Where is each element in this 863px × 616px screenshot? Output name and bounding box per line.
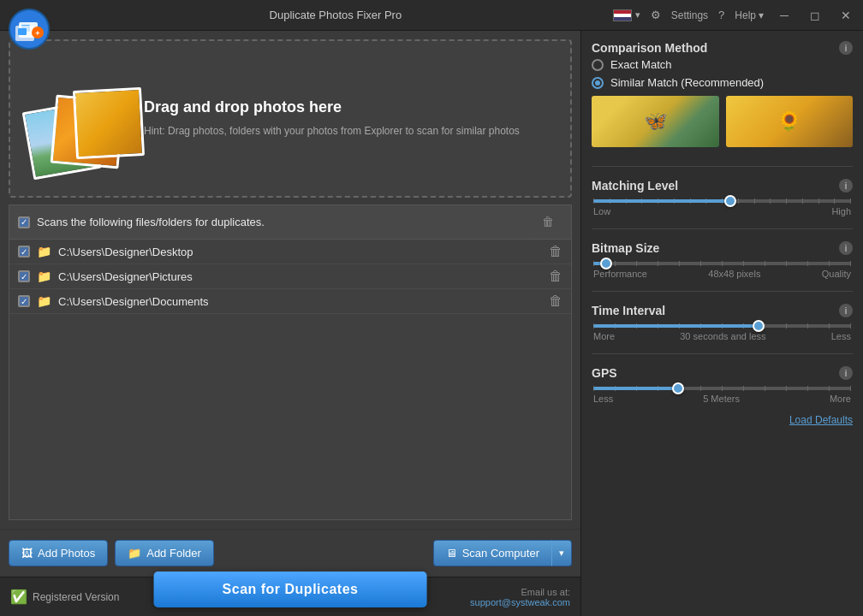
- scan-computer-dropdown[interactable]: ▾: [551, 540, 572, 566]
- comparison-method-section: Comparison Method i Exact Match Similar …: [592, 41, 853, 154]
- tick: [700, 261, 701, 266]
- minimize-button[interactable]: ─: [774, 5, 795, 26]
- tick: [850, 198, 851, 204]
- tick: [722, 386, 723, 391]
- time-interval-thumb[interactable]: [753, 320, 765, 332]
- time-interval-title: Time Interval i: [592, 304, 853, 317]
- main-area: Drag and drop photos here Hint: Drag pho…: [0, 31, 863, 616]
- delete-item-2[interactable]: 🗑: [549, 293, 562, 309]
- app-icon: +: [7, 7, 51, 51]
- similar-match-label: Similar Match (Recommended): [610, 76, 764, 89]
- gps-slider[interactable]: Less 5 Meters More: [592, 387, 853, 404]
- select-all-checkbox[interactable]: [18, 216, 30, 228]
- matching-level-thumb[interactable]: [724, 195, 736, 207]
- close-button[interactable]: ✕: [836, 5, 856, 26]
- status-bar: ✅ Registered Version Scan for Duplicates…: [0, 577, 580, 616]
- right-panel: Comparison Method i Exact Match Similar …: [580, 31, 863, 616]
- tick: [807, 261, 808, 266]
- matching-level-low: Low: [593, 206, 610, 216]
- help-button[interactable]: Help ▾: [735, 9, 764, 21]
- tick: [829, 261, 830, 266]
- list-item: 📁 C:\Users\Designer\Documents 🗑: [9, 289, 571, 314]
- time-interval-labels: More 30 seconds and less Less: [593, 331, 851, 341]
- scan-duplicates-button[interactable]: Scan for Duplicates: [154, 572, 427, 607]
- delete-item-0[interactable]: 🗑: [549, 244, 562, 259]
- tick: [679, 261, 680, 266]
- exact-match-option[interactable]: Exact Match: [592, 58, 853, 71]
- comparison-method-info[interactable]: i: [839, 41, 853, 55]
- tick: [818, 198, 819, 204]
- bitmap-size-slider[interactable]: Performance 48x48 pixels Quality: [592, 262, 853, 279]
- divider-3: [592, 291, 853, 292]
- delete-all-icon[interactable]: 🗑: [533, 210, 562, 234]
- help-dropdown-icon: ▾: [759, 9, 764, 21]
- tick: [850, 323, 851, 329]
- matching-level-info[interactable]: i: [839, 179, 853, 192]
- gps-thumb[interactable]: [672, 382, 684, 394]
- bitmap-quality: Quality: [822, 269, 851, 279]
- matching-level-labels: Low High: [593, 206, 851, 216]
- item-path-1: C:\Users\Designer\Pictures: [58, 270, 193, 283]
- tick: [743, 386, 744, 391]
- flag-dropdown[interactable]: ▾: [635, 9, 640, 21]
- list-item: 📁 C:\Users\Designer\Desktop 🗑: [9, 240, 571, 264]
- matching-level-title: Matching Level i: [592, 179, 853, 192]
- time-less: Less: [831, 331, 851, 341]
- add-photos-button[interactable]: 🖼 Add Photos: [9, 540, 108, 566]
- list-item: 📁 C:\Users\Designer\Pictures 🗑: [9, 264, 571, 289]
- item-checkbox-0[interactable]: [18, 246, 30, 258]
- drop-zone-photos: [27, 63, 130, 175]
- bitmap-size-thumb[interactable]: [600, 258, 612, 270]
- time-interval-info[interactable]: i: [839, 304, 853, 317]
- bitmap-size-info[interactable]: i: [839, 241, 853, 255]
- drop-zone[interactable]: Drag and drop photos here Hint: Drag pho…: [9, 39, 572, 198]
- left-content: Drag and drop photos here Hint: Drag pho…: [0, 31, 580, 529]
- monitor-icon: 🖥: [446, 547, 457, 560]
- preview-butterfly: [592, 96, 719, 147]
- exact-match-radio[interactable]: [592, 59, 604, 71]
- add-folder-button[interactable]: 📁 Add Folder: [115, 540, 214, 566]
- settings-label: Settings: [671, 9, 708, 21]
- matching-level-track: [593, 199, 851, 203]
- item-checkbox-1[interactable]: [18, 270, 30, 282]
- tick: [807, 323, 808, 329]
- tick: [829, 386, 830, 391]
- help-label: Help: [735, 9, 756, 21]
- load-defaults-button[interactable]: Load Defaults: [592, 414, 853, 426]
- item-path-0: C:\Users\Designer\Desktop: [58, 246, 193, 258]
- matching-level-slider[interactable]: Low High: [592, 199, 853, 216]
- time-interval-slider[interactable]: More 30 seconds and less Less: [592, 324, 853, 341]
- tick: [786, 261, 787, 266]
- tick: [738, 198, 739, 204]
- scan-computer-button[interactable]: 🖥 Scan Computer: [433, 540, 551, 566]
- item-checkbox-2[interactable]: [18, 295, 30, 307]
- tick: [658, 261, 658, 266]
- divider-4: [592, 353, 853, 354]
- email-label: Email us at:: [470, 587, 570, 597]
- file-list-container: Scans the following files/folders for du…: [9, 204, 572, 520]
- settings-button[interactable]: Settings: [671, 9, 708, 21]
- matching-level-fill: [593, 199, 730, 203]
- email-address[interactable]: support@systweak.com: [470, 597, 570, 607]
- registered-icon: ✅: [10, 589, 27, 605]
- gps-info[interactable]: i: [839, 366, 853, 380]
- tick: [802, 198, 803, 204]
- similar-match-option[interactable]: Similar Match (Recommended): [592, 76, 853, 89]
- folder-icon-0: 📁: [37, 245, 51, 258]
- folder-icon-1: 📁: [37, 270, 51, 283]
- flag-container[interactable]: ▾: [613, 9, 640, 21]
- drop-text: Drag and drop photos here Hint: Drag pho…: [144, 98, 520, 139]
- delete-item-1[interactable]: 🗑: [549, 269, 562, 284]
- gps-title: GPS i: [592, 366, 853, 380]
- comparison-radio-group: Exact Match Similar Match (Recommended): [592, 58, 853, 89]
- gps-less: Less: [593, 394, 613, 404]
- app-title: Duplicate Photos Fixer Pro: [58, 9, 613, 21]
- similar-match-radio[interactable]: [592, 77, 604, 89]
- divider-2: [592, 228, 853, 229]
- time-interval-track: [593, 324, 851, 328]
- restore-button[interactable]: ◻: [805, 5, 825, 26]
- tick: [786, 198, 787, 204]
- file-list-header-label: Scans the following files/folders for du…: [37, 216, 265, 228]
- bitmap-size-title: Bitmap Size i: [592, 241, 853, 255]
- drop-heading: Drag and drop photos here: [144, 98, 520, 116]
